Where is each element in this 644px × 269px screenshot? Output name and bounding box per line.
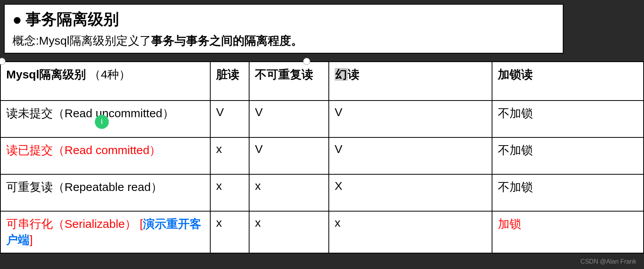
cell-phantom: x <box>329 211 492 253</box>
isolation-table-wrap: I Mysql隔离级别 （4种） 脏读 不可重复读 幻读 加锁读 读未提交（Re… <box>0 61 644 253</box>
table-row: 读已提交（Read committed） x V V 不加锁 <box>0 137 644 174</box>
page-title: 事务隔离级别 <box>26 9 119 30</box>
cell-dirty: x <box>210 174 249 211</box>
cell-dirty: x <box>210 211 249 253</box>
cell-nonrepeat: x <box>249 211 329 253</box>
table-row: 可重复读（Repeatable read） x x X 不加锁 <box>0 174 644 211</box>
header-phantom-suffix: 读 <box>348 68 360 81</box>
cell-level: 可串行化（Serializable） [演示重开客户端] <box>0 211 210 253</box>
bracket-close: ] <box>30 233 33 246</box>
table-header-row: Mysql隔离级别 （4种） 脏读 不可重复读 幻读 加锁读 <box>0 62 644 101</box>
watermark: CSDN @Alan Frank <box>581 258 636 265</box>
cell-phantom: V <box>329 137 492 174</box>
table-row: 可串行化（Serializable） [演示重开客户端] x x x 加锁 <box>0 211 644 253</box>
header-phantom-read: 幻读 <box>329 62 492 101</box>
isolation-table: Mysql隔离级别 （4种） 脏读 不可重复读 幻读 加锁读 读未提交（Read… <box>0 61 644 253</box>
cell-phantom: V <box>329 101 492 137</box>
header-level: Mysql隔离级别 （4种） <box>0 62 210 101</box>
header-nonrepeatable-read: 不可重复读 <box>249 62 329 101</box>
concept-prefix: 概念:Mysql隔离级别定义了 <box>12 34 151 47</box>
cell-lock: 不加锁 <box>492 174 644 211</box>
cell-lock: 不加锁 <box>492 137 644 174</box>
cell-lock: 不加锁 <box>492 101 644 137</box>
header-phantom-highlight: 幻 <box>335 68 348 81</box>
cell-nonrepeat: V <box>249 101 329 137</box>
resize-handle-top[interactable] <box>303 58 310 65</box>
cell-phantom: X <box>329 174 492 211</box>
concept-line: 概念:Mysql隔离级别定义了事务与事务之间的隔离程度。 <box>12 33 555 49</box>
header-box: ● 事务隔离级别 概念:Mysql隔离级别定义了事务与事务之间的隔离程度。 <box>4 4 564 54</box>
cell-nonrepeat: x <box>249 174 329 211</box>
cursor-indicator-icon: I <box>95 115 109 129</box>
cell-dirty: V <box>210 101 249 137</box>
header-lock-read: 加锁读 <box>492 62 644 101</box>
header-dirty-read: 脏读 <box>210 62 249 101</box>
cell-dirty: x <box>210 137 249 174</box>
cell-level: 读已提交（Read committed） <box>0 137 210 174</box>
header-level-sub: （4种） <box>89 68 131 81</box>
bullet-icon: ● <box>12 12 22 27</box>
header-level-main: Mysql隔离级别 <box>6 68 86 81</box>
title-row: ● 事务隔离级别 <box>12 9 555 30</box>
cell-nonrepeat: V <box>249 137 329 174</box>
bracket-open: [ <box>140 217 143 230</box>
cell-lock: 加锁 <box>492 211 644 253</box>
concept-bold: 事务与事务之间的隔离程度。 <box>151 34 303 47</box>
cell-level: 可重复读（Repeatable read） <box>0 174 210 211</box>
serializable-red: 可串行化（Serializable） <box>6 217 136 230</box>
